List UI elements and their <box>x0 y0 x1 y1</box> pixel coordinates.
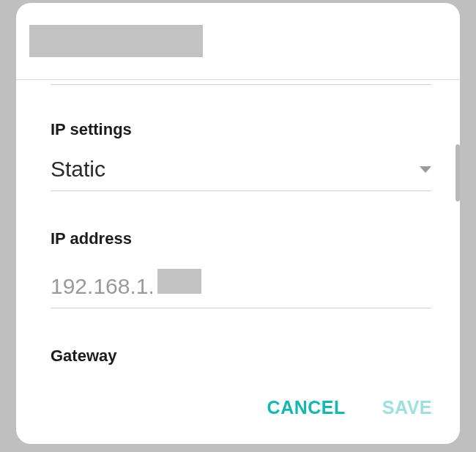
ip-address-placeholder-prefix: 192.168.1. <box>51 274 155 299</box>
scrollbar-thumb[interactable] <box>455 144 460 201</box>
dialog-footer: CANCEL SAVE <box>16 371 460 444</box>
dialog-scroll-area[interactable]: None IP settings Static IP address 192.1… <box>16 80 460 371</box>
ip-settings-select[interactable]: Static <box>51 157 431 182</box>
field-underline <box>51 308 431 308</box>
ip-address-last-octet-redacted <box>157 269 201 294</box>
dialog-header <box>16 3 460 79</box>
ip-settings-value: Static <box>51 157 105 182</box>
field-underline <box>51 190 431 191</box>
gateway-label: Gateway <box>51 347 425 366</box>
ip-settings-label: IP settings <box>51 120 425 139</box>
cancel-button[interactable]: CANCEL <box>267 397 346 418</box>
ip-address-input[interactable]: 192.168.1. <box>51 269 431 299</box>
dialog-title-redacted <box>29 25 203 57</box>
previous-field-value-partial: None <box>51 79 425 80</box>
ip-address-label: IP address <box>51 229 425 248</box>
save-button[interactable]: SAVE <box>382 397 432 418</box>
dialog-body: None IP settings Static IP address 192.1… <box>16 79 460 371</box>
chevron-down-icon <box>420 166 431 173</box>
field-underline <box>51 84 431 85</box>
network-settings-dialog: None IP settings Static IP address 192.1… <box>16 3 460 444</box>
